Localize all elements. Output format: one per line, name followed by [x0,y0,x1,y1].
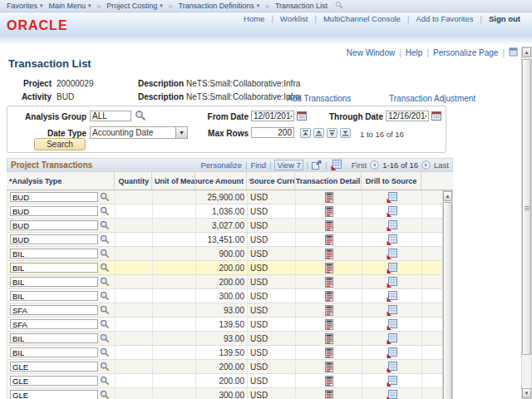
page-scroll-up-arrow[interactable]: ▲ [522,47,531,57]
analysis-type-input[interactable] [10,347,98,357]
through-date-input[interactable] [386,111,429,121]
date-type-select[interactable]: Accounting Date ▼ [90,126,188,139]
lookup-icon[interactable] [100,277,110,287]
find-link[interactable]: Find [251,160,266,170]
next-page-icon[interactable] [421,160,431,170]
transaction-detail-icon[interactable] [324,249,334,259]
breadcrumb-item[interactable]: Favorites▾ [7,2,43,10]
from-date-input[interactable] [251,111,294,121]
transaction-adjustment-link[interactable]: Transaction Adjustment [389,94,475,103]
header-link[interactable]: Worklist [280,14,308,23]
column-header--analysis-type[interactable]: *Analysis Type [7,172,115,190]
drill-to-source-icon[interactable] [387,390,397,399]
analysis-type-input[interactable] [10,390,98,399]
grid-scroll-up-arrow[interactable]: ▲ [443,191,452,201]
drill-to-source-icon[interactable] [387,291,397,302]
lookup-icon[interactable] [100,390,110,399]
through-date-calendar-icon[interactable] [431,111,441,121]
lookup-icon[interactable] [100,234,110,244]
transaction-detail-icon[interactable] [324,234,334,245]
analysis-type-input[interactable] [10,333,98,343]
page-utility-link[interactable]: New Window [347,48,395,57]
analysis-group-lookup-icon[interactable] [135,110,146,121]
transaction-detail-icon[interactable] [324,192,334,203]
view-all-link[interactable]: View 7 [274,160,303,170]
analysis-type-input[interactable] [10,249,98,259]
lookup-icon[interactable] [100,263,110,273]
header-link[interactable]: Add to Favorites [416,14,473,23]
header-link[interactable]: MultiChannel Console [323,14,401,23]
analysis-type-input[interactable] [10,263,98,273]
drill-to-source-icon[interactable] [387,347,397,358]
transaction-detail-icon[interactable] [324,305,334,316]
drill-to-source-icon[interactable] [387,192,397,203]
drill-to-source-icon[interactable] [387,362,397,372]
popup-window-icon[interactable] [312,160,322,170]
grid-scrollbar-thumb[interactable] [443,202,452,399]
breadcrumb-item[interactable]: Transaction List [275,2,328,10]
lookup-icon[interactable] [100,376,110,386]
header-link[interactable]: Home [244,14,264,23]
breadcrumb-item[interactable]: Project Costing▾ [106,2,163,10]
transaction-detail-icon[interactable] [324,376,334,387]
lookup-icon[interactable] [100,206,110,216]
download-to-excel-icon[interactable] [331,160,342,170]
drill-to-source-icon[interactable] [387,249,397,259]
drill-to-source-icon[interactable] [387,277,397,288]
drill-to-source-icon[interactable] [387,305,397,316]
transaction-detail-icon[interactable] [324,206,334,217]
new-window-icon[interactable] [509,47,518,58]
page-scroll-down-arrow[interactable]: ▼ [522,388,531,398]
analysis-type-input[interactable] [10,277,98,287]
analysis-type-input[interactable] [10,234,98,244]
analysis-type-input[interactable] [10,305,98,315]
page-scrollbar[interactable]: ▲ ▼ [521,47,532,399]
sign-out-link[interactable]: Sign out [489,14,520,23]
lookup-icon[interactable] [100,249,110,259]
page-utility-link[interactable]: Personalize Page [433,48,498,57]
drill-to-source-icon[interactable] [387,206,397,217]
column-header-source-currency[interactable]: Source Currency [247,172,295,190]
lookup-icon[interactable] [100,192,110,202]
from-date-calendar-icon[interactable] [297,111,307,121]
drill-to-source-icon[interactable] [387,220,397,231]
analysis-type-input[interactable] [10,376,98,386]
column-header-source-amount[interactable]: Source Amount [195,172,247,190]
scroll-top-button[interactable] [300,128,311,138]
column-header-quantity[interactable]: Quantity [115,172,152,190]
column-header-unit-of-measure[interactable]: Unit of Measure [152,172,195,190]
scroll-up-button[interactable] [313,128,324,138]
transaction-detail-icon[interactable] [324,347,334,358]
transaction-detail-icon[interactable] [324,263,334,273]
lookup-icon[interactable] [100,220,110,230]
transaction-detail-icon[interactable] [324,319,334,330]
page-scrollbar-thumb[interactable] [522,59,531,355]
analysis-group-input[interactable] [90,111,131,121]
lookup-icon[interactable] [100,291,110,301]
drill-to-source-icon[interactable] [387,319,397,330]
previous-page-icon[interactable] [370,160,379,170]
scroll-down-button[interactable] [327,128,337,138]
drill-to-source-icon[interactable] [387,263,397,273]
lookup-icon[interactable] [100,347,110,357]
analysis-type-input[interactable] [10,192,98,202]
lookup-icon[interactable] [100,362,110,372]
search-button[interactable]: Search [34,138,86,150]
scroll-bottom-button[interactable] [340,128,351,138]
lookup-icon[interactable] [100,319,110,329]
column-header-transaction-detail[interactable]: Transaction Detail [295,172,362,190]
page-utility-link[interactable]: Help [406,48,423,57]
transaction-detail-icon[interactable] [324,333,334,344]
analysis-type-input[interactable] [10,362,98,372]
transaction-detail-icon[interactable] [324,220,334,231]
transaction-detail-icon[interactable] [324,390,334,399]
first-label[interactable]: First [352,160,367,170]
grid-scrollbar[interactable]: ▲ [442,190,453,399]
lookup-icon[interactable] [100,333,110,343]
drill-to-source-icon[interactable] [387,234,397,245]
column-header-drill-to-source[interactable]: Drill to Source [362,172,421,190]
drill-to-source-icon[interactable] [387,376,397,387]
analysis-type-input[interactable] [10,206,98,216]
personalize-link[interactable]: Personalize [200,160,242,170]
analysis-type-input[interactable] [10,291,98,301]
